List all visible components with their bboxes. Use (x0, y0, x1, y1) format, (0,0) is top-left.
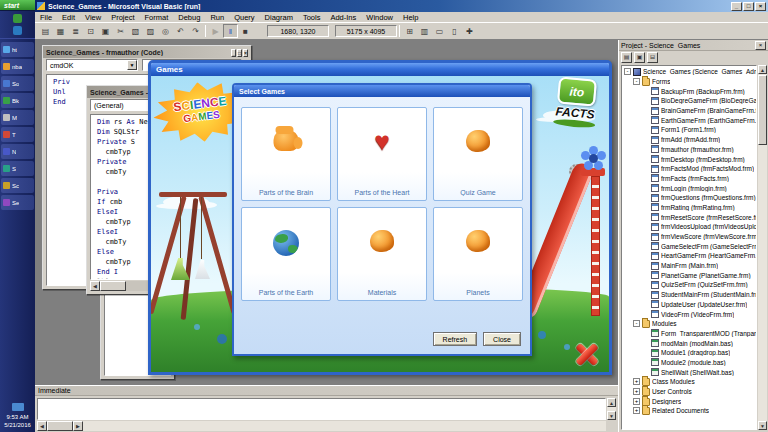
tree-item[interactable]: frmViewScore (frmViewScore.frm) (622, 232, 756, 242)
restore-button[interactable]: □ (237, 49, 242, 57)
horizontal-scrollbar[interactable]: ◀ ▶ (37, 421, 606, 431)
menu-item[interactable]: View (80, 13, 106, 22)
tree-item[interactable]: frmFactsMod (frmFactsMod.frm) (622, 164, 756, 174)
start-button[interactable]: start (0, 0, 35, 11)
menu-item[interactable]: File (35, 13, 57, 22)
taskbar-button[interactable]: S (1, 161, 34, 176)
refresh-button[interactable]: Refresh (433, 332, 478, 346)
toolbox-button[interactable]: ✚ (462, 24, 477, 38)
tree-item[interactable]: Module1 (dragdrop.bas) (622, 348, 756, 358)
tree-item[interactable]: MainFrm (Main.frm) (622, 261, 756, 271)
project-explorer-button[interactable]: ⊞ (402, 24, 417, 38)
tree-item[interactable]: UpdateUser (UpdateUser.frm) (622, 300, 756, 310)
tree-expander-icon[interactable]: + (633, 388, 640, 395)
menu-item[interactable]: Project (106, 13, 139, 22)
tree-item[interactable]: frmAdd (frmAdd.frm) (622, 135, 756, 145)
end-button[interactable]: ■ (238, 24, 253, 38)
break-button[interactable]: ‖ (223, 24, 238, 38)
menu-item[interactable]: Help (398, 13, 423, 22)
cut-button[interactable]: ✂ (113, 24, 128, 38)
restore-button[interactable]: □ (743, 2, 754, 11)
menu-item[interactable]: Diagram (260, 13, 298, 22)
object-combo[interactable]: cmdOK ▼ (46, 59, 138, 71)
scroll-right-icon[interactable]: ▶ (73, 421, 83, 431)
tree-item[interactable]: PlanetGame (PlanetGame.frm) (622, 270, 756, 280)
menu-editor-button[interactable]: ≣ (68, 24, 83, 38)
code-window-titlebar[interactable]: Science_Games - frmauthor (Code) _□× (43, 46, 251, 58)
tree-item[interactable]: frmQuestions (frmQuestions.frm) (622, 193, 756, 203)
tree-item[interactable]: + Related Documents (622, 406, 756, 416)
close-button[interactable]: × (243, 49, 248, 57)
tree-item[interactable]: frmauthor (frmauthor.frm) (622, 145, 756, 155)
object-browser-button[interactable]: ▯ (447, 24, 462, 38)
start-button[interactable]: ▶ (208, 24, 223, 38)
scroll-down-icon[interactable]: ▼ (607, 411, 616, 420)
tree-item[interactable]: StudentMainFrm (StudentMain.frm) (622, 290, 756, 300)
game-tile[interactable]: Parts of the Brain (241, 107, 331, 201)
menu-item[interactable]: Format (140, 13, 174, 22)
tree-item[interactable]: modMain (modMain.bas) (622, 338, 756, 348)
game-tile[interactable]: Quiz Game (433, 107, 523, 201)
tree-item[interactable]: BackupFrm (BackupFrm.frm) (622, 86, 756, 96)
tree-item[interactable]: HeartGameFrm (HeartGameFrm.frm) (622, 251, 756, 261)
dialog-titlebar[interactable]: Select Games (234, 85, 530, 97)
add-form-button[interactable]: ▦ (53, 24, 68, 38)
tree-item[interactable]: Module2 (module.bas) (622, 358, 756, 368)
menu-item[interactable]: Query (229, 13, 259, 22)
immediate-header[interactable]: Immediate (35, 386, 618, 396)
tree-item[interactable]: BioDegreGameFrm (BioDegreGameFrm.frm) (622, 96, 756, 106)
redo-button[interactable]: ↷ (188, 24, 203, 38)
open-project-button[interactable]: ⊡ (83, 24, 98, 38)
close-button[interactable]: Close (483, 332, 521, 346)
tree-expander-icon[interactable]: + (633, 378, 640, 385)
tree-item[interactable]: QuizSetFrm (QuizSetFrm.frm) (622, 280, 756, 290)
undo-button[interactable]: ↶ (173, 24, 188, 38)
quick-launch-icon[interactable] (13, 14, 22, 23)
game-tile[interactable]: Parts of the Earth (241, 207, 331, 301)
tree-expander-icon[interactable]: - (624, 68, 631, 75)
paste-button[interactable]: ▨ (143, 24, 158, 38)
quick-launch-icon[interactable] (13, 26, 22, 35)
tray-icon[interactable] (12, 403, 24, 411)
tree-item[interactable]: BrainGameFrm (BrainGameFrm.frm) (622, 106, 756, 116)
properties-window-button[interactable]: ▥ (417, 24, 432, 38)
taskbar-button[interactable]: N (1, 144, 34, 159)
taskbar-button[interactable]: M (1, 110, 34, 125)
menu-item[interactable]: Run (205, 13, 229, 22)
game-tile[interactable]: Planets (433, 207, 523, 301)
save-project-button[interactable]: ▣ (98, 24, 113, 38)
tree-item[interactable]: frmRating (frmRating.frm) (622, 203, 756, 213)
close-button[interactable]: × (755, 2, 766, 11)
tree-item[interactable]: frmFacts (frmFacts.frm) (622, 174, 756, 184)
tree-item[interactable]: frmResetScore (frmResetScore.frm) (622, 212, 756, 222)
game-tile[interactable]: Materials (337, 207, 427, 301)
taskbar-button[interactable]: ht (1, 42, 34, 57)
tree-expander-icon[interactable]: + (633, 407, 640, 414)
tree-expander-icon[interactable]: - (633, 320, 640, 327)
scroll-up-icon[interactable]: ▲ (607, 398, 616, 407)
scroll-left-icon[interactable]: ◀ (90, 281, 100, 291)
tree-item[interactable]: EarthGameFrm (EarthGameFrm.frm) (622, 115, 756, 125)
game-tile[interactable]: Parts of the Heart (337, 107, 427, 201)
taskbar-button[interactable]: T (1, 127, 34, 142)
vertical-scrollbar[interactable]: ▲ ▼ (607, 398, 616, 420)
tree-expander-icon[interactable]: - (633, 78, 640, 85)
view-object-button[interactable]: ▣ (634, 52, 645, 63)
tree-item[interactable]: frmVideosUpload (frmVideosUpload.frm) (622, 222, 756, 232)
minimize-button[interactable]: _ (731, 2, 742, 11)
tree-item[interactable]: frmDesktop (frmDesktop.frm) (622, 154, 756, 164)
chevron-down-icon[interactable]: ▼ (127, 60, 137, 70)
toggle-folders-button[interactable]: ⊟ (647, 52, 658, 63)
games-titlebar[interactable]: Games (151, 63, 609, 76)
taskbar-button[interactable]: Bk (1, 93, 34, 108)
tree-item[interactable]: - Modules (622, 319, 756, 329)
scrollbar-thumb[interactable] (100, 281, 126, 291)
scroll-up-icon[interactable]: ▲ (758, 65, 767, 74)
minimize-button[interactable]: _ (231, 49, 236, 57)
tree-item[interactable]: GameSelectFrm (GameSelectFrm.frm) (622, 241, 756, 251)
tree-item[interactable]: - Forms (622, 77, 756, 87)
menu-item[interactable]: Window (361, 13, 398, 22)
exit-x-button[interactable] (575, 342, 599, 366)
view-code-button[interactable]: ▤ (621, 52, 632, 63)
tree-item[interactable]: frmLogin (frmlogin.frm) (622, 183, 756, 193)
